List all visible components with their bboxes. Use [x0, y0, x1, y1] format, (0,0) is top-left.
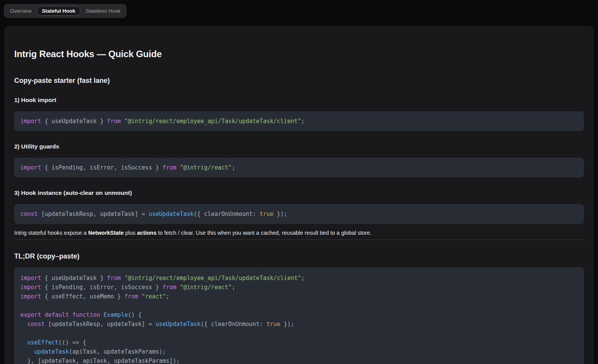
code-line: }, [updateTask, apiTask, updateTaskParam…	[20, 356, 578, 364]
code-line: import { useUpdateTask } from "@intrig/r…	[20, 273, 578, 283]
code-line: const [updateTaskResp, updateTask] = use…	[20, 209, 578, 219]
code-line: import { isPending, isError, isSuccess }…	[20, 283, 578, 292]
doc-card: Intrig React Hooks — Quick Guide Copy-pa…	[5, 26, 593, 364]
code-line: import { useEffect, useMemo } from "reac…	[20, 292, 578, 301]
code-block-tldr: import { useUpdateTask } from "@intrig/r…	[14, 267, 584, 364]
tab-overview[interactable]: Overview	[9, 7, 32, 15]
code-line: updateTask(apiTask, updateTaskParams);	[20, 347, 578, 356]
code-block-utility-guards: import { isPending, isError, isSuccess }…	[14, 158, 584, 178]
section-divider	[14, 239, 584, 240]
page-title: Intrig React Hooks — Quick Guide	[14, 48, 584, 59]
code-line: const [updateTaskResp, updateTask] = use…	[20, 320, 578, 329]
step1-heading: 1) Hook import	[14, 96, 584, 104]
tab-stateless-hook[interactable]: Stateless Hook	[85, 7, 121, 15]
code-line: import { isPending, isError, isSuccess }…	[20, 163, 578, 172]
code-line: useEffect(() => {	[20, 338, 578, 347]
code-line: import { useUpdateTask } from "@intrig/r…	[20, 117, 578, 126]
step2-heading: 2) Utility guards	[14, 143, 584, 150]
step3-heading: 3) Hook instance (auto-clear on unmount)	[14, 189, 584, 196]
tab-bar: Overview Stateful Hook Stateless Hook	[4, 4, 127, 18]
starter-heading: Copy-paste starter (fast lane)	[14, 76, 584, 85]
code-line	[20, 301, 578, 310]
note-paragraph: Intrig stateful hooks expose a NetworkSt…	[14, 229, 584, 236]
code-block-hook-instance: const [updateTaskResp, updateTask] = use…	[14, 204, 584, 224]
code-block-hook-import: import { useUpdateTask } from "@intrig/r…	[14, 111, 584, 131]
tab-stateful-hook[interactable]: Stateful Hook	[37, 6, 80, 16]
tldr-heading: TL;DR (copy–paste)	[14, 252, 584, 260]
code-line	[20, 329, 578, 338]
code-line: export default function Example() {	[20, 310, 578, 320]
